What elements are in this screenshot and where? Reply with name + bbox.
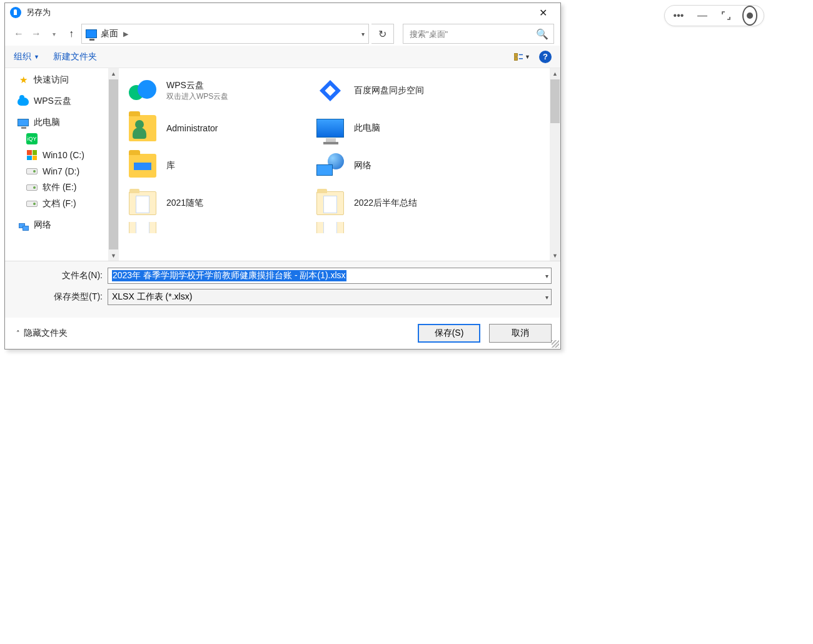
dialog-title: 另存为 xyxy=(26,7,51,18)
doc-folder-icon xyxy=(315,222,345,233)
filename-field[interactable]: 2023年 春季学期学校开学前教师健康摸排台账 - 副本(1).xlsx ▾ xyxy=(108,268,552,284)
chevron-down-icon[interactable]: ▾ xyxy=(545,294,548,301)
nav-row: ← → ▾ ↑ 桌面 ▶ ▾ ↻ 🔍 xyxy=(5,22,560,46)
search-box[interactable]: 🔍 xyxy=(403,24,554,44)
item-2022-summary[interactable]: 2022后半年总结 xyxy=(306,184,494,222)
sidebar-item-quick-access[interactable]: ★快速访问 xyxy=(5,72,119,88)
filetype-field[interactable]: XLSX 工作表 (*.xlsx) ▾ xyxy=(108,289,552,305)
toolbar: 组织▼ 新建文件夹 ▼ ? xyxy=(5,46,560,68)
resize-grip[interactable] xyxy=(552,340,559,348)
filetype-label: 保存类型(T): xyxy=(14,291,103,303)
scroll-up-icon[interactable]: ▲ xyxy=(550,68,560,79)
app-icon xyxy=(10,7,21,18)
scroll-thumb[interactable] xyxy=(550,79,560,123)
svg-rect-1 xyxy=(514,57,518,60)
windows-icon xyxy=(26,149,38,161)
scroll-down-icon[interactable]: ▼ xyxy=(550,250,560,261)
network-pc-icon xyxy=(315,151,345,181)
up-button[interactable]: ↑ xyxy=(64,26,79,41)
item-network[interactable]: 网络 xyxy=(306,147,494,184)
iqiyi-icon: iQY xyxy=(26,133,38,144)
more-icon[interactable]: ••• xyxy=(671,8,686,23)
hdd-icon xyxy=(26,198,38,209)
pc-big-icon xyxy=(315,113,345,143)
item-libraries[interactable]: 库 xyxy=(119,147,306,184)
chevron-down-icon[interactable]: ▾ xyxy=(545,273,548,279)
sidebar-item-drive-d[interactable]: Win7 (D:) xyxy=(5,163,119,179)
item-this-pc[interactable]: 此电脑 xyxy=(306,109,494,147)
sidebar-item-drive-f[interactable]: 文档 (F:) xyxy=(5,196,119,212)
svg-rect-0 xyxy=(514,53,518,56)
item-baidu-sync[interactable]: 百度网盘同步空间 xyxy=(306,72,494,109)
item-2021-essays[interactable]: 2021随笔 xyxy=(119,184,306,222)
organize-menu[interactable]: 组织▼ xyxy=(14,51,39,63)
doc-folder-icon xyxy=(315,188,345,218)
network-icon xyxy=(18,219,29,231)
view-mode-button[interactable]: ▼ xyxy=(514,50,530,64)
overlay-toolbar: ••• — xyxy=(664,5,764,26)
hdd-icon xyxy=(26,166,38,177)
hdd-icon xyxy=(26,182,38,193)
doc-folder-icon xyxy=(128,188,158,218)
refresh-button[interactable]: ↻ xyxy=(371,24,394,44)
doc-folder-icon xyxy=(128,222,158,233)
chevron-right-icon: ▶ xyxy=(123,30,128,38)
sidebar-item-wps-cloud[interactable]: WPS云盘 xyxy=(5,93,119,109)
filename-panel: 文件名(N): 2023年 春季学期学校开学前教师健康摸排台账 - 副本(1).… xyxy=(5,261,560,318)
file-list: WPS云盘双击进入WPS云盘 百度网盘同步空间 Administrator 此电… xyxy=(119,68,560,261)
sidebar-item-iqiyi[interactable]: iQY xyxy=(5,131,119,147)
titlebar: 另存为 ✕ xyxy=(5,3,560,22)
dialog-body: ★快速访问 WPS云盘 此电脑 iQY Win10 (C:) Win7 (D:)… xyxy=(5,68,560,261)
cancel-button[interactable]: 取消 xyxy=(489,324,552,343)
save-button[interactable]: 保存(S) xyxy=(418,324,480,343)
item-partial-left[interactable] xyxy=(119,222,306,233)
baidu-icon xyxy=(315,76,345,106)
item-administrator[interactable]: Administrator xyxy=(119,109,306,147)
search-input[interactable] xyxy=(408,29,536,39)
sidebar-item-drive-c[interactable]: Win10 (C:) xyxy=(5,147,119,163)
sidebar: ★快速访问 WPS云盘 此电脑 iQY Win10 (C:) Win7 (D:)… xyxy=(5,68,119,261)
help-button[interactable]: ? xyxy=(539,51,552,63)
record-button[interactable] xyxy=(742,8,757,23)
content-scrollbar[interactable]: ▲ ▼ xyxy=(550,68,560,261)
sidebar-item-this-pc[interactable]: 此电脑 xyxy=(5,114,119,131)
sidebar-item-drive-e[interactable]: 软件 (E:) xyxy=(5,179,119,196)
path-box[interactable]: 桌面 ▶ ▾ xyxy=(81,24,369,44)
cloud-icon xyxy=(18,96,29,107)
forward-button[interactable]: → xyxy=(29,26,44,41)
chevron-up-icon: ˄ xyxy=(16,330,20,338)
sidebar-item-network[interactable]: 网络 xyxy=(5,217,119,233)
new-folder-button[interactable]: 新建文件夹 xyxy=(53,51,97,63)
dialog-footer: ˄ 隐藏文件夹 保存(S) 取消 xyxy=(5,318,560,349)
path-dropdown-icon[interactable]: ▾ xyxy=(361,31,365,38)
wps-cloud-icon xyxy=(128,76,158,106)
scroll-up-icon[interactable]: ▲ xyxy=(108,68,119,79)
hide-folders-toggle[interactable]: ˄ 隐藏文件夹 xyxy=(16,328,68,339)
pc-icon xyxy=(18,117,29,128)
filename-value: 2023年 春季学期学校开学前教师健康摸排台账 - 副本(1).xlsx xyxy=(112,270,346,281)
search-icon: 🔍 xyxy=(536,28,548,40)
filename-label: 文件名(N): xyxy=(14,270,103,281)
star-icon: ★ xyxy=(18,74,29,86)
desktop-icon xyxy=(86,29,97,38)
save-as-dialog: 另存为 ✕ ← → ▾ ↑ 桌面 ▶ ▾ ↻ 🔍 组织▼ 新建文件夹 ▼ ? xyxy=(4,3,561,350)
user-folder-icon xyxy=(128,113,158,143)
library-folder-icon xyxy=(128,151,158,181)
scroll-down-icon[interactable]: ▼ xyxy=(108,250,119,261)
recent-dropdown[interactable]: ▾ xyxy=(46,26,61,41)
path-location: 桌面 xyxy=(101,28,118,39)
close-button[interactable]: ✕ xyxy=(530,4,555,21)
scroll-thumb[interactable] xyxy=(109,79,118,249)
minimize-icon[interactable]: — xyxy=(695,8,710,23)
item-partial-right[interactable] xyxy=(306,222,494,233)
sidebar-scrollbar[interactable]: ▲ ▼ xyxy=(108,68,119,261)
fullscreen-icon[interactable] xyxy=(719,8,734,23)
back-button[interactable]: ← xyxy=(11,26,26,41)
item-wps-cloud[interactable]: WPS云盘双击进入WPS云盘 xyxy=(119,72,306,109)
filetype-value: XLSX 工作表 (*.xlsx) xyxy=(112,291,192,303)
